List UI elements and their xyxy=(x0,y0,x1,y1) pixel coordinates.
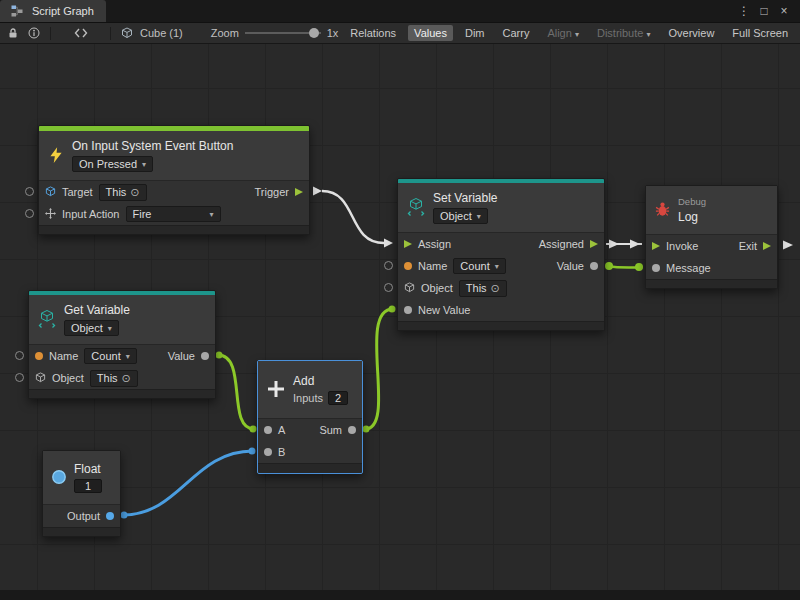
chevron-down-icon: ▾ xyxy=(575,30,579,39)
node-category: Debug xyxy=(678,196,706,207)
circle-dot-icon: ⊙ xyxy=(130,186,139,199)
full-screen-button[interactable]: Full Screen xyxy=(726,25,794,41)
a-input-port[interactable] xyxy=(264,426,272,434)
value-output-port[interactable] xyxy=(590,262,598,270)
output-row: Output xyxy=(43,505,120,527)
value-output-port[interactable] xyxy=(201,352,209,360)
wire-trigger-to-assign[interactable] xyxy=(322,191,384,243)
name-dropdown[interactable]: Count▾ xyxy=(84,348,136,364)
target-input-port[interactable] xyxy=(25,187,34,196)
maximize-icon[interactable]: □ xyxy=(756,4,772,18)
node-add[interactable]: Add Inputs 2 A Sum xyxy=(257,360,363,474)
wire-endpoint xyxy=(635,263,643,271)
chevron-down-icon: ▾ xyxy=(646,30,650,39)
target-row: Target This⊙ Trigger xyxy=(39,181,309,203)
zoom-value: 1x xyxy=(327,27,339,39)
collapse-icon[interactable] xyxy=(73,24,87,42)
input-action-input-port[interactable] xyxy=(25,209,34,218)
node-header[interactable]: On Input System Event Button On Pressed▾ xyxy=(39,131,309,181)
wire-sum-to-newvalue[interactable] xyxy=(365,309,393,429)
sum-output-port[interactable] xyxy=(348,426,356,434)
name-input-port[interactable] xyxy=(35,352,43,360)
assigned-output-port[interactable] xyxy=(590,240,598,248)
wire-endpoint xyxy=(250,426,257,433)
node-header[interactable]: Float 1 xyxy=(43,451,120,505)
event-mode-dropdown[interactable]: On Pressed▾ xyxy=(72,156,153,172)
cube-icon xyxy=(120,24,134,42)
exit-output-port[interactable] xyxy=(763,242,771,250)
wire-float-to-b[interactable] xyxy=(123,451,253,515)
values-button[interactable]: Values xyxy=(408,25,453,41)
node-debug-log[interactable]: Debug Log Invoke Exit Message xyxy=(645,185,778,289)
target-this-chip[interactable]: This⊙ xyxy=(99,184,147,201)
name-literal-port[interactable] xyxy=(384,261,393,270)
wire-endpoint xyxy=(121,512,128,519)
trigger-output-port[interactable] xyxy=(295,188,303,196)
assigned-label: Assigned xyxy=(539,238,584,250)
flow-arrowhead-exit[interactable] xyxy=(783,241,793,250)
dim-button[interactable]: Dim xyxy=(459,25,491,41)
variable-cube-icon xyxy=(406,197,426,219)
exit-label: Exit xyxy=(739,240,757,252)
new-value-input-port[interactable] xyxy=(404,306,412,314)
wire-endpoint xyxy=(605,262,613,270)
name-row: Name Count▾ Value xyxy=(29,345,215,367)
message-input-port[interactable] xyxy=(652,264,660,272)
output-port[interactable] xyxy=(106,512,114,520)
name-dropdown[interactable]: Count▾ xyxy=(453,258,505,274)
new-value-row: New Value xyxy=(398,299,604,321)
node-get-variable[interactable]: Get Variable Object▾ Name Count▾ Value xyxy=(28,290,216,399)
invoke-input-port[interactable] xyxy=(652,242,660,250)
b-input-port[interactable] xyxy=(264,448,272,456)
menu-icon[interactable]: ⋮ xyxy=(736,4,752,18)
close-icon[interactable]: × xyxy=(776,4,792,18)
variable-kind-dropdown[interactable]: Object▾ xyxy=(64,320,119,336)
trigger-label: Trigger xyxy=(255,186,289,198)
chevron-down-icon: ▾ xyxy=(495,262,499,271)
float-value-field[interactable]: 1 xyxy=(74,479,102,493)
graph-canvas[interactable]: On Input System Event Button On Pressed▾… xyxy=(0,44,800,590)
tab-script-graph[interactable]: Script Graph xyxy=(0,0,106,22)
input-action-icon xyxy=(45,208,56,221)
name-literal-port[interactable] xyxy=(15,351,24,360)
tab-label: Script Graph xyxy=(32,5,94,17)
name-label: Name xyxy=(418,260,447,272)
name-input-port[interactable] xyxy=(404,262,412,270)
toolbar-separator xyxy=(110,27,111,40)
script-graph-window: Script Graph ⋮ □ × Cube (1) Zoom 1x Rel xyxy=(0,0,800,600)
target-label: Target xyxy=(62,186,93,198)
node-header[interactable]: Get Variable Object▾ xyxy=(29,295,215,345)
invoke-row: Invoke Exit xyxy=(646,235,777,257)
info-icon[interactable] xyxy=(26,24,40,42)
variable-kind-dropdown[interactable]: Object▾ xyxy=(433,208,488,224)
wire-getvalue-to-a[interactable] xyxy=(218,355,254,429)
assign-input-port[interactable] xyxy=(404,240,412,248)
carry-button[interactable]: Carry xyxy=(497,25,536,41)
inputs-label: Inputs xyxy=(293,392,323,404)
input-action-dropdown[interactable]: Fire▾ xyxy=(126,206,221,222)
gameobject-icon xyxy=(45,186,56,199)
relations-button[interactable]: Relations xyxy=(344,25,402,41)
zoom-slider[interactable] xyxy=(245,26,321,40)
node-set-variable[interactable]: Set Variable Object▾ Assign Assigned Nam… xyxy=(397,178,605,331)
overview-button[interactable]: Overview xyxy=(663,25,721,41)
object-this-chip[interactable]: This⊙ xyxy=(459,280,507,297)
node-header[interactable]: Set Variable Object▾ xyxy=(398,183,604,233)
inputs-count-field[interactable]: 2 xyxy=(328,391,348,405)
zoom-knob[interactable] xyxy=(309,28,319,38)
node-footer xyxy=(43,527,120,536)
distribute-button[interactable]: Distribute ▾ xyxy=(591,25,657,41)
object-literal-port[interactable] xyxy=(15,373,24,382)
align-button[interactable]: Align ▾ xyxy=(541,25,585,41)
lock-icon[interactable] xyxy=(6,24,20,42)
object-this-chip[interactable]: This⊙ xyxy=(90,370,138,387)
node-header[interactable]: Debug Log xyxy=(646,186,777,235)
object-row: Object This⊙ xyxy=(398,277,604,299)
node-on-input-system-event-button[interactable]: On Input System Event Button On Pressed▾… xyxy=(38,125,310,235)
chevron-down-icon: ▾ xyxy=(142,160,146,169)
chevron-down-icon: ▾ xyxy=(209,210,213,219)
node-float-literal[interactable]: Float 1 Output xyxy=(42,450,121,537)
wire-endpoint xyxy=(216,352,223,359)
object-literal-port[interactable] xyxy=(384,283,393,292)
node-header[interactable]: Add Inputs 2 xyxy=(258,361,362,419)
